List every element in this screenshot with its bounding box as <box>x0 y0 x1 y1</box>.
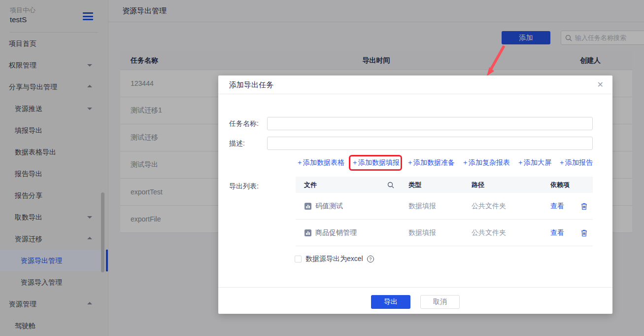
modal-footer: 导出 取消 <box>218 287 612 314</box>
modal-title: 添加导出任务 <box>229 80 273 90</box>
column-file: 文件 <box>304 181 317 189</box>
add-export-task-modal: 添加导出任务 ✕ 任务名称: 描述: ＋添加数据表格 ＋添加数据填报 ＋添加数据… <box>218 75 612 314</box>
modal-header: 添加导出任务 ✕ <box>218 75 612 94</box>
cancel-button[interactable]: 取消 <box>420 295 460 309</box>
type-cell: 数据填报 <box>400 202 463 211</box>
add-data-table-link[interactable]: ＋添加数据表格 <box>296 158 344 167</box>
trash-icon[interactable] <box>580 202 588 210</box>
export-list-table: 文件 类型 路径 依赖项 码值测试 数据 <box>296 177 593 246</box>
annotation-arrow <box>480 42 510 79</box>
data-form-file-icon <box>304 202 312 210</box>
view-link[interactable]: 查看 <box>550 228 564 237</box>
column-dependency: 依赖项 <box>542 181 593 189</box>
add-report-link[interactable]: ＋添加报告 <box>558 158 593 167</box>
export-button[interactable]: 导出 <box>371 295 410 309</box>
task-name-field[interactable] <box>267 117 593 130</box>
trash-icon[interactable] <box>580 229 588 237</box>
add-data-prep-link[interactable]: ＋添加数据准备 <box>407 158 455 167</box>
task-name-label: 任务名称: <box>229 117 259 130</box>
column-path: 路径 <box>463 181 542 189</box>
close-icon[interactable]: ✕ <box>597 80 604 90</box>
excel-export-label: 数据源导出为excel <box>305 255 363 263</box>
path-cell: 公共文件夹 <box>463 202 542 211</box>
excel-export-checkbox[interactable] <box>295 256 302 262</box>
path-cell: 公共文件夹 <box>463 228 542 237</box>
data-form-file-icon <box>304 229 312 237</box>
add-complex-report-link[interactable]: ＋添加复杂报表 <box>462 158 510 167</box>
description-field[interactable] <box>267 137 593 150</box>
app-window: 项目中心 testS 项目首页 权限管理 分享与导出管理 资源推送 填报导出 数… <box>0 0 644 336</box>
excel-export-option: 数据源导出为excel ? <box>295 255 374 263</box>
export-table-header: 文件 类型 路径 依赖项 <box>296 177 593 193</box>
add-data-form-link[interactable]: ＋添加数据填报 <box>351 158 400 167</box>
file-name: 码值测试 <box>315 202 343 211</box>
file-name: 商品促销管理 <box>315 228 357 237</box>
type-cell: 数据填报 <box>400 228 463 237</box>
description-label: 描述: <box>229 137 245 150</box>
add-data-form-link-label: ＋添加数据填报 <box>351 158 400 166</box>
column-type: 类型 <box>400 181 463 189</box>
export-list-label: 导出列表: <box>229 180 259 193</box>
add-dashboard-link[interactable]: ＋添加大屏 <box>517 158 551 167</box>
file-search-icon[interactable] <box>387 182 394 188</box>
export-row: 商品促销管理 数据填报 公共文件夹 查看 <box>296 220 593 246</box>
help-icon[interactable]: ? <box>367 256 374 262</box>
view-link[interactable]: 查看 <box>550 202 564 211</box>
export-row: 码值测试 数据填报 公共文件夹 查看 <box>296 193 593 220</box>
add-resource-links: ＋添加数据表格 ＋添加数据填报 ＋添加数据准备 ＋添加复杂报表 ＋添加大屏 ＋添… <box>267 156 593 170</box>
